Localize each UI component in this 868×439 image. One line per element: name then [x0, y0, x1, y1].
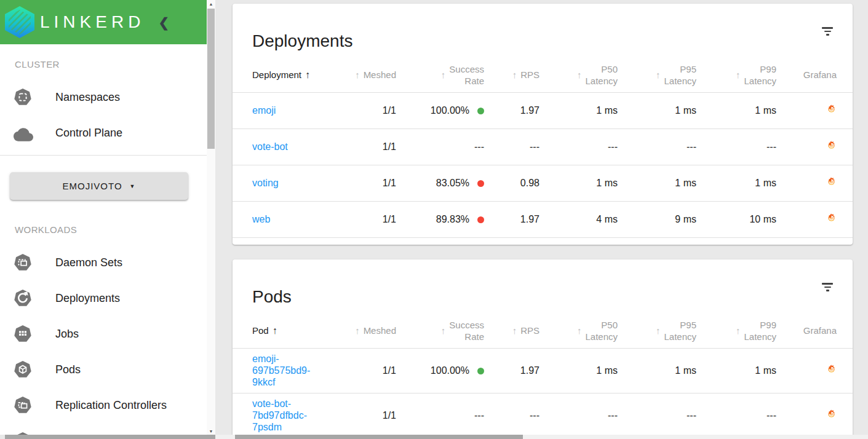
sort-icon: ↑: [736, 69, 741, 80]
sort-icon: ↑: [441, 325, 446, 336]
sidebar-item-deployments[interactable]: Deployments: [0, 280, 207, 316]
namespace-selector-label: EMOJIVOTO: [63, 181, 122, 191]
namespace-selector-button[interactable]: EMOJIVOTO ▼: [10, 172, 188, 200]
status-dot-icon: [477, 180, 484, 187]
p95-latency-cell: ---: [618, 393, 697, 435]
replication-controllers-icon: [14, 396, 32, 414]
resource-link[interactable]: web: [252, 213, 270, 225]
grafana-icon[interactable]: [826, 140, 837, 151]
sidebar-item-pods[interactable]: Pods: [0, 352, 207, 387]
horizontal-scrollbar-thumb[interactable]: [235, 435, 523, 439]
column-header-rps[interactable]: ↑RPS: [485, 58, 540, 92]
sort-asc-icon: ↑: [305, 69, 310, 81]
sort-icon: ↑: [355, 69, 360, 80]
table-row: web 1/1 89.83% 1.97 4 ms 9 ms 10 ms: [233, 201, 853, 237]
p50-latency-cell: 1 ms: [540, 348, 618, 393]
meshed-cell: 1/1: [344, 348, 397, 393]
p95-latency-cell: 1 ms: [618, 165, 697, 201]
brand-title: LINKERD: [40, 12, 145, 32]
pods-card: Pods Pod↑ ↑Meshed ↑SuccessRate ↑RPS ↑P50…: [233, 259, 853, 435]
column-header-p50-latency[interactable]: ↑P50Latency: [540, 314, 618, 348]
grafana-icon[interactable]: [826, 176, 837, 187]
grafana-icon[interactable]: [826, 409, 837, 419]
column-header-p95-latency[interactable]: ↑P95Latency: [618, 58, 697, 92]
column-header-pod[interactable]: Pod↑: [233, 314, 344, 348]
sidebar-item-replication-controllers[interactable]: Replication Controllers: [0, 387, 207, 423]
main-horizontal-scrollbar[interactable]: [215, 435, 868, 439]
sidebar-divider: [0, 155, 207, 156]
column-header-p50-latency[interactable]: ↑P50Latency: [540, 58, 618, 92]
vertical-scrollbar-thumb[interactable]: [207, 9, 215, 149]
p95-latency-cell: ---: [618, 129, 697, 165]
grafana-icon[interactable]: [826, 213, 837, 223]
sidebar-item-namespaces[interactable]: Namespaces: [0, 79, 207, 115]
sidebar-item-label: Jobs: [55, 328, 79, 341]
p50-latency-cell: 1 ms: [540, 92, 618, 129]
sort-icon: ↑: [736, 325, 741, 336]
sidebar-item-label: Daemon Sets: [55, 256, 122, 269]
column-header-meshed[interactable]: ↑Meshed: [344, 314, 397, 348]
column-header-grafana: Grafana: [777, 58, 853, 92]
brand-header: LINKERD ❮: [0, 0, 207, 44]
sidebar-item-label: Replication Controllers: [55, 399, 167, 412]
filter-icon[interactable]: [819, 280, 835, 294]
resource-link[interactable]: emoji-697b575bd9-9kkcf: [252, 353, 332, 388]
meshed-cell: 1/1: [344, 92, 397, 129]
column-header-deployment[interactable]: Deployment↑: [233, 58, 344, 92]
cluster-nav: Namespaces Control Plane: [0, 79, 207, 151]
p50-latency-cell: ---: [540, 393, 618, 435]
resource-link[interactable]: vote-bot-7bd97dfbdc-7psdm: [252, 398, 332, 433]
grafana-cell: [777, 165, 853, 201]
column-header-success-rate[interactable]: ↑SuccessRate: [397, 314, 485, 348]
column-header-p99-latency[interactable]: ↑P99Latency: [697, 58, 777, 92]
linkerd-logo-icon: [5, 6, 34, 38]
daemon-sets-icon: [14, 253, 32, 272]
rps-cell: 0.98: [485, 165, 540, 201]
column-header-rps[interactable]: ↑RPS: [485, 314, 540, 348]
p50-latency-cell: ---: [540, 129, 618, 165]
table-row: emoji 1/1 100.00% 1.97 1 ms 1 ms 1 ms: [233, 92, 853, 129]
sidebar-vertical-scrollbar[interactable]: ▲ ▼: [207, 0, 215, 435]
grafana-cell: [777, 348, 853, 393]
grafana-icon[interactable]: [826, 364, 837, 374]
resource-link[interactable]: emoji: [252, 105, 276, 116]
success-rate-cell: 89.83%: [397, 201, 485, 237]
control-plane-cloud-icon: [14, 124, 32, 142]
column-header-p99-latency[interactable]: ↑P99Latency: [697, 314, 777, 348]
sidebar-item-label: Namespaces: [55, 91, 120, 104]
sort-icon: ↑: [577, 325, 582, 336]
resource-link[interactable]: vote-bot: [252, 141, 288, 152]
p99-latency-cell: ---: [697, 393, 777, 435]
p95-latency-cell: 1 ms: [618, 92, 697, 129]
pods-card-title: Pods: [252, 286, 292, 308]
sort-icon: ↑: [355, 325, 360, 336]
deployments-card-title: Deployments: [252, 30, 352, 52]
column-header-meshed[interactable]: ↑Meshed: [344, 58, 397, 92]
p99-latency-cell: 1 ms: [697, 165, 777, 201]
scroll-down-icon[interactable]: ▼: [207, 427, 215, 435]
scroll-up-icon[interactable]: ▲: [207, 0, 215, 7]
sidebar-horizontal-scrollbar[interactable]: [0, 435, 215, 439]
rps-cell: ---: [485, 393, 540, 435]
sidebar-item-stateful-sets[interactable]: Stateful Sets: [0, 423, 207, 435]
column-header-p95-latency[interactable]: ↑P95Latency: [618, 314, 697, 348]
sidebar-item-control-plane[interactable]: Control Plane: [0, 115, 207, 151]
pods-table: Pod↑ ↑Meshed ↑SuccessRate ↑RPS ↑P50Laten…: [233, 314, 853, 435]
sort-icon: ↑: [512, 69, 517, 80]
status-dot-icon: [477, 216, 484, 223]
p99-latency-cell: 10 ms: [697, 201, 777, 237]
sidebar-item-jobs[interactable]: Jobs: [0, 316, 207, 352]
rps-cell: ---: [485, 129, 540, 165]
sort-icon: ↑: [577, 69, 582, 80]
sidebar-item-daemon-sets[interactable]: Daemon Sets: [0, 245, 207, 280]
filter-icon[interactable]: [819, 25, 835, 38]
column-header-success-rate[interactable]: ↑SuccessRate: [397, 58, 485, 92]
pods-header-row: Pod↑ ↑Meshed ↑SuccessRate ↑RPS ↑P50Laten…: [233, 314, 853, 348]
sidebar-collapse-icon[interactable]: ❮: [158, 16, 169, 29]
deployments-card: Deployments Deployment↑ ↑Meshed ↑Success…: [233, 4, 853, 245]
grafana-icon[interactable]: [826, 104, 837, 114]
caret-down-icon: ▼: [130, 183, 136, 189]
horizontal-scrollbar-thumb[interactable]: [5, 435, 215, 439]
resource-link[interactable]: voting: [252, 177, 279, 189]
deployments-icon: [14, 289, 32, 307]
